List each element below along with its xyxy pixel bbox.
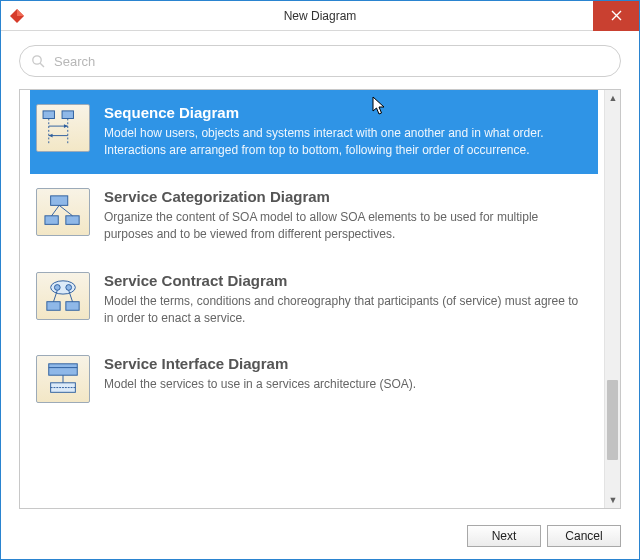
scroll-down-icon[interactable]: ▼ — [605, 492, 621, 508]
diagram-item-service-interface[interactable]: Service Interface Diagram Model the serv… — [30, 341, 598, 417]
svg-line-16 — [59, 205, 72, 215]
svg-point-2 — [33, 56, 41, 64]
scroll-up-icon[interactable]: ▲ — [605, 90, 621, 106]
cancel-button[interactable]: Cancel — [547, 525, 621, 547]
svg-rect-13 — [45, 216, 58, 225]
diagram-item-text: Sequence Diagram Model how users, object… — [104, 104, 588, 160]
diagram-item-desc: Model the terms, conditions and choreogr… — [104, 293, 588, 328]
diagram-item-desc: Model the services to use in a services … — [104, 376, 588, 393]
search-wrap — [19, 45, 621, 77]
svg-rect-12 — [51, 196, 68, 206]
diagram-thumbnail — [36, 272, 90, 320]
close-button[interactable] — [593, 1, 639, 31]
next-button[interactable]: Next — [467, 525, 541, 547]
diagram-item-title: Sequence Diagram — [104, 104, 588, 121]
svg-marker-9 — [64, 124, 68, 128]
window-title: New Diagram — [284, 9, 357, 23]
svg-rect-4 — [43, 111, 54, 119]
svg-point-19 — [66, 284, 72, 290]
scroll-thumb[interactable] — [607, 380, 618, 460]
diagram-list: Sequence Diagram Model how users, object… — [19, 89, 621, 509]
titlebar: New Diagram — [1, 1, 639, 31]
diagram-item-text: Service Contract Diagram Model the terms… — [104, 272, 588, 328]
diagram-item-title: Service Categorization Diagram — [104, 188, 588, 205]
dialog-window: New Diagram Sequence Diagram M — [0, 0, 640, 560]
svg-line-15 — [52, 205, 60, 215]
diagram-item-title: Service Contract Diagram — [104, 272, 588, 289]
dialog-footer: Next Cancel — [1, 513, 639, 559]
scrollbar[interactable]: ▲ ▼ — [604, 90, 620, 508]
svg-rect-5 — [62, 111, 73, 119]
svg-rect-14 — [66, 216, 79, 225]
app-icon — [9, 8, 25, 24]
svg-line-3 — [40, 63, 44, 67]
search-input[interactable] — [19, 45, 621, 77]
diagram-item-desc: Organize the content of SOA model to all… — [104, 209, 588, 244]
svg-rect-21 — [66, 301, 79, 310]
svg-rect-20 — [47, 301, 60, 310]
diagram-list-inner: Sequence Diagram Model how users, object… — [20, 90, 604, 508]
diagram-item-service-contract[interactable]: Service Contract Diagram Model the terms… — [30, 258, 598, 342]
svg-marker-1 — [17, 9, 24, 16]
svg-marker-11 — [49, 134, 53, 138]
dialog-body: Sequence Diagram Model how users, object… — [1, 31, 639, 513]
diagram-item-text: Service Categorization Diagram Organize … — [104, 188, 588, 244]
svg-rect-24 — [49, 364, 78, 375]
search-icon — [31, 54, 45, 68]
diagram-item-title: Service Interface Diagram — [104, 355, 588, 372]
svg-point-18 — [54, 284, 60, 290]
close-icon — [611, 10, 622, 21]
diagram-item-desc: Model how users, objects and systems int… — [104, 125, 588, 160]
diagram-thumbnail — [36, 104, 90, 152]
diagram-item-text: Service Interface Diagram Model the serv… — [104, 355, 588, 403]
diagram-thumbnail — [36, 355, 90, 403]
diagram-thumbnail — [36, 188, 90, 236]
diagram-item-service-categorization[interactable]: Service Categorization Diagram Organize … — [30, 174, 598, 258]
diagram-item-sequence[interactable]: Sequence Diagram Model how users, object… — [30, 90, 598, 174]
